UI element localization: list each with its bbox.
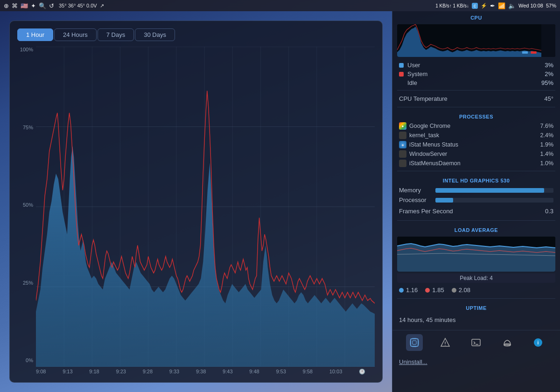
load-val-5m: 1.85 xyxy=(432,287,444,294)
load-1m: 1.16 xyxy=(399,287,418,294)
fps-label: Frames Per Second xyxy=(399,208,453,215)
bluetooth-icon[interactable]: ⌘ xyxy=(12,2,18,9)
x-label-928: 9:28 xyxy=(143,369,153,375)
expand-icon: ↗ xyxy=(100,3,104,9)
cpu-section-header: CPU xyxy=(392,11,560,22)
y-label-25: 25% xyxy=(23,280,33,286)
chrome-icon: ● xyxy=(399,122,406,130)
cpu-idle-row: Idle 95% xyxy=(392,78,560,87)
kernel-value: 2.4% xyxy=(540,132,554,139)
chrome-value: 7.6% xyxy=(540,123,554,129)
divider-4 xyxy=(397,220,555,221)
istat-value: 1.9% xyxy=(540,141,554,148)
network-display: 1 KB/s↑ 1 KB/s↓ xyxy=(435,3,469,8)
load-val-15m: 2.08 xyxy=(459,287,470,294)
terminal-tab-icon[interactable] xyxy=(468,334,484,351)
wifi-icon[interactable]: 📶 xyxy=(498,2,505,9)
svg-rect-18 xyxy=(531,51,536,54)
audio-icon[interactable]: 🔈 xyxy=(508,2,516,9)
y-axis: 100% 75% 50% 25% 0% xyxy=(17,47,36,375)
gpu-processor-track xyxy=(435,198,553,203)
istat-icon[interactable]: c xyxy=(472,3,478,9)
chart-container: 100% 75% 50% 25% 0% xyxy=(17,47,375,375)
chart-svg xyxy=(36,47,375,367)
gpu-processor-bar-row: Processor xyxy=(392,195,560,205)
x-label-933: 9:33 xyxy=(169,369,179,375)
x-label-953: 9:53 xyxy=(276,369,286,375)
system-dot xyxy=(399,72,404,77)
peak-load-text: Peak Load: 4 xyxy=(460,275,493,281)
istat-name: iStat Menus Status xyxy=(409,141,540,148)
load-mini-chart xyxy=(397,237,555,272)
x-label-918: 9:18 xyxy=(89,369,99,375)
warning-tab-icon[interactable] xyxy=(437,334,454,351)
chrome-name: Google Chrome xyxy=(409,123,540,129)
divider-2 xyxy=(397,107,555,107)
svg-text:i: i xyxy=(537,340,539,345)
windowserver-name: WindowServer xyxy=(409,151,540,157)
idle-value: 95% xyxy=(541,79,553,86)
sidebar: CPU User 3% Sy xyxy=(392,11,560,392)
istatdaemon-name: iStatMenusDaemon xyxy=(409,160,540,167)
istat-logo-icon[interactable]: i xyxy=(530,334,546,351)
flag-icon[interactable]: 🇺🇸 xyxy=(21,2,28,9)
x-label-938: 9:38 xyxy=(196,369,206,375)
datetime-display: Wed 10:08 xyxy=(518,3,543,8)
spotlight-icon[interactable]: 🔍 xyxy=(39,2,46,9)
uptime-section-header: UPTIME xyxy=(392,301,560,313)
btn-1hour[interactable]: 1 Hour xyxy=(17,28,53,41)
chart-window: 1 Hour 24 Hours 7 Days 30 Days 100% 75% … xyxy=(9,21,383,383)
load-dot-5m xyxy=(425,288,430,293)
x-label-943: 9:43 xyxy=(223,369,232,375)
chart-panel: 1 Hour 24 Hours 7 Days 30 Days 100% 75% … xyxy=(0,11,392,392)
battery-display: 57% xyxy=(546,3,556,8)
gpu-processor-fill xyxy=(435,198,453,203)
load-15m: 2.08 xyxy=(452,287,470,294)
gpu-section-header: INTEL HD GRAPHICS 530 xyxy=(392,174,560,185)
load-dot-1m xyxy=(399,288,404,293)
menubar-right: 1 KB/s↑ 1 KB/s↓ c ⚡ ✒ 📶 🔈 Wed 10:08 57% xyxy=(435,2,556,9)
svg-point-36 xyxy=(445,345,446,346)
peak-load-row: Peak Load: 4 xyxy=(397,273,555,283)
gpu-memory-label: Memory xyxy=(399,187,432,194)
cpu-user-row: User 3% xyxy=(392,61,560,70)
btn-24hours[interactable]: 24 Hours xyxy=(54,28,97,41)
uninstall-link[interactable]: Uninstall... xyxy=(399,358,427,365)
sync-icon[interactable]: ↺ xyxy=(49,2,54,9)
load-section-header: LOAD AVERAGE xyxy=(392,224,560,235)
disk-tab-icon[interactable] xyxy=(499,334,516,351)
btn-7days[interactable]: 7 Days xyxy=(98,28,134,41)
temp-value: 45° xyxy=(544,95,553,102)
btn-30days[interactable]: 30 Days xyxy=(135,28,175,41)
cpu-tab-icon[interactable] xyxy=(406,334,423,351)
x-label-958: 9:58 xyxy=(303,369,313,375)
svg-rect-17 xyxy=(522,51,528,54)
process-istatdaemon: iStatMenusDaemon 1.0% xyxy=(392,159,560,168)
1password-icon[interactable]: ⊕ xyxy=(4,2,9,9)
windowserver-icon xyxy=(399,150,406,158)
menubar: ⊕ ⌘ 🇺🇸 ✦ 🔍 ↺ 35° 36° 45° 0.0V ↗ 1 KB/s↑ … xyxy=(0,0,560,11)
process-istat: ● iStat Menus Status 1.9% xyxy=(392,140,560,149)
user-dot xyxy=(399,63,404,68)
idle-dot xyxy=(399,81,404,85)
chart-plot-area: 9:08 9:13 9:18 9:23 9:28 9:33 9:38 9:43 … xyxy=(36,47,375,375)
divider-1 xyxy=(397,90,555,91)
battery-monitor-icon[interactable]: ⚡ xyxy=(481,3,487,9)
uptime-section: 14 hours, 45 minutes xyxy=(392,313,560,328)
gpu-processor-label: Processor xyxy=(399,196,432,203)
process-kernel: kernel_task 2.4% xyxy=(392,131,560,140)
x-label-clock: 🕐 xyxy=(359,369,365,375)
y-label-75: 75% xyxy=(23,125,33,130)
system-label: System xyxy=(407,70,545,77)
divider-3 xyxy=(397,171,555,171)
istat-process-icon: ● xyxy=(399,141,406,148)
x-label-913: 9:13 xyxy=(63,369,72,375)
pen-icon: ✒ xyxy=(490,2,495,9)
time-period-buttons: 1 Hour 24 Hours 7 Days 30 Days xyxy=(17,28,375,41)
desktop: ⊕ ⌘ 🇺🇸 ✦ 🔍 ↺ 35° 36° 45° 0.0V ↗ 1 KB/s↑ … xyxy=(0,0,560,392)
process-windowserver: WindowServer 1.4% xyxy=(392,149,560,159)
x-axis: 9:08 9:13 9:18 9:23 9:28 9:33 9:38 9:43 … xyxy=(36,367,375,375)
dropbox-icon[interactable]: ✦ xyxy=(31,2,36,9)
temp-label: CPU Temperature xyxy=(399,95,448,102)
load-val-1m: 1.16 xyxy=(406,287,418,294)
